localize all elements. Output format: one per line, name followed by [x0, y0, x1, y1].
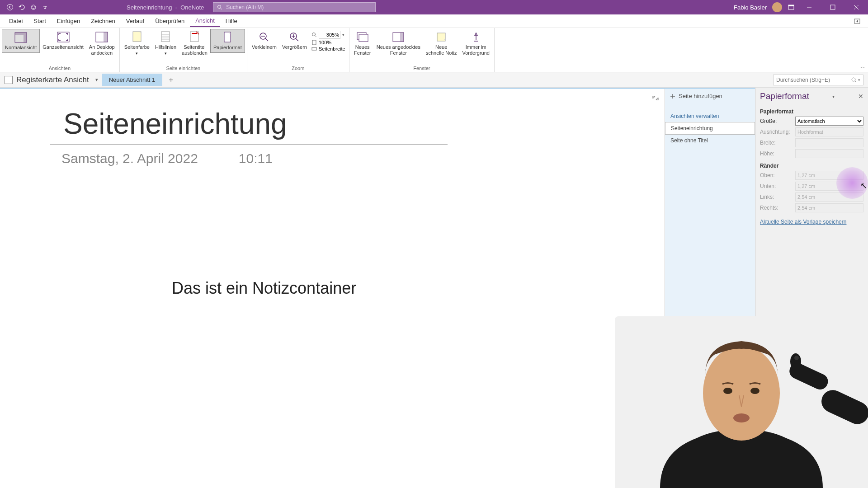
svg-line-37 [315, 36, 316, 37]
page-item-seiteneinrichtung[interactable]: Seiteneinrichtung [665, 122, 755, 135]
collapse-ribbon-icon[interactable]: ︿ [860, 63, 865, 70]
verkleinern-button[interactable]: Verkleinern [249, 29, 279, 52]
width-label: Breite: [760, 140, 795, 146]
add-section-button[interactable]: + [166, 75, 176, 85]
right-label: Rechts: [760, 205, 795, 211]
zoom-width-button[interactable]: Seitenbreite [311, 46, 345, 52]
pane-dropdown-icon[interactable]: ▾ [832, 94, 835, 99]
svg-rect-41 [359, 34, 368, 42]
page-icon [311, 40, 317, 45]
full-page-icon [56, 31, 71, 43]
page-item-seite-ohne-titel[interactable]: Seite ohne Titel [665, 135, 755, 146]
zoom-100-button[interactable]: 100% [311, 40, 345, 45]
maximize-button[interactable] [824, 0, 842, 14]
user-name[interactable]: Fabio Basler [734, 4, 767, 11]
zoom-icon [311, 32, 317, 38]
search-input[interactable] [226, 4, 372, 10]
page-time[interactable]: 10:11 [239, 151, 273, 166]
seitentitel-ausblenden-button[interactable]: Seitentitel ausblenden [179, 29, 210, 58]
bottom-label: Unten: [760, 183, 795, 189]
svg-rect-15 [24, 35, 27, 42]
immer-im-vordergrund-button[interactable]: Immer im Vordergrund [459, 29, 492, 58]
top-input [795, 171, 863, 180]
menu-ansicht[interactable]: Ansicht [190, 15, 220, 27]
notebook-dropdown-icon[interactable]: ▾ [95, 77, 98, 83]
avatar[interactable] [772, 2, 782, 12]
normalansicht-button[interactable]: Normalansicht [2, 29, 40, 53]
height-input [795, 149, 863, 158]
undo-icon[interactable] [18, 4, 25, 11]
ribbon: Normalansicht Ganzseitenansicht An Deskt… [0, 28, 868, 72]
quick-note-icon [434, 31, 448, 43]
size-select[interactable]: Automatisch [795, 117, 863, 126]
right-input [795, 203, 863, 212]
titlebar: Seiteneinrichtung - OneNote Fabio Basler [0, 0, 868, 14]
search-box[interactable] [213, 2, 376, 12]
page-date[interactable]: Samstag, 2. April 2022 [61, 151, 198, 166]
neue-schnelle-notiz-button[interactable]: Neue schnelle Notiz [423, 29, 459, 58]
section-tab[interactable]: Neuer Abschnitt 1 [102, 74, 163, 86]
ganzseitenansicht-button[interactable]: Ganzseitenansicht [40, 29, 86, 52]
menu-hilfe[interactable]: Hilfe [220, 15, 243, 27]
svg-point-53 [733, 413, 750, 422]
menubar: Datei Start Einfügen Zeichnen Verlauf Üb… [0, 14, 868, 28]
pane-section-raender: Ränder [760, 163, 863, 169]
notebook-search[interactable]: ▾ [773, 75, 863, 85]
chevron-down-icon[interactable]: ▾ [342, 33, 344, 37]
new-window-icon [355, 31, 370, 43]
notebook-name[interactable]: Registerkarte Ansicht [16, 75, 92, 84]
papierformat-button[interactable]: Papierformat [210, 29, 245, 53]
svg-rect-39 [312, 47, 316, 50]
document-title: Seiteneinrichtung - OneNote [127, 4, 204, 11]
canvas[interactable]: Seiteneinrichtung Samstag, 2. April 2022… [0, 88, 665, 488]
menu-zeichnen[interactable]: Zeichnen [85, 15, 120, 27]
svg-rect-20 [161, 32, 170, 42]
chevron-down-icon[interactable]: ▾ [858, 78, 860, 82]
hilfslinien-button[interactable]: Hilfslinien▾ [152, 29, 179, 58]
pane-title: Papierformat [760, 91, 809, 101]
back-icon[interactable] [6, 4, 14, 11]
save-template-link[interactable]: Aktuelle Seite als Vorlage speichern [760, 219, 863, 225]
notebook-search-input[interactable] [776, 77, 851, 83]
page-item-ansichten-verwalten[interactable]: Ansichten verwalten [665, 110, 755, 122]
pane-close-icon[interactable]: ✕ [858, 93, 863, 100]
svg-rect-44 [437, 33, 445, 41]
ribbon-display-icon[interactable] [788, 4, 795, 11]
quick-access [0, 4, 49, 11]
minimize-button[interactable] [800, 0, 818, 14]
title-underline [50, 144, 448, 145]
customize-qat-icon[interactable] [42, 4, 49, 11]
zoom-input[interactable] [319, 31, 340, 39]
menu-datei[interactable]: Datei [4, 15, 28, 27]
notebook-icon[interactable] [5, 76, 13, 84]
page-title[interactable]: Seiteneinrichtung [63, 107, 665, 141]
note-container[interactable]: Das ist ein Notizcontainer [172, 279, 356, 298]
tabbar: Registerkarte Ansicht ▾ Neuer Abschnitt … [0, 72, 868, 88]
neues-fenster-button[interactable]: Neues Fenster [351, 29, 374, 58]
dock-desktop-button[interactable]: An Desktop andocken [86, 29, 118, 58]
seitenfarbe-button[interactable]: Seitenfarbe▾ [122, 29, 152, 58]
close-button[interactable] [847, 0, 865, 14]
rule-lines-icon [158, 31, 173, 43]
neues-angedocktes-fenster-button[interactable]: Neues angedocktes Fenster [374, 29, 423, 58]
left-label: Links: [760, 194, 795, 200]
width-input [795, 138, 863, 147]
touch-icon[interactable] [30, 4, 37, 11]
zoom-out-icon [257, 31, 271, 43]
zoom-value-row[interactable]: ▾ [311, 31, 345, 39]
menu-verlauf[interactable]: Verlauf [121, 15, 150, 27]
menu-einfuegen[interactable]: Einfügen [52, 15, 85, 27]
svg-line-46 [855, 81, 856, 82]
add-page-button[interactable]: Seite hinzufügen [665, 89, 755, 103]
orientation-label: Ausrichtung: [760, 129, 795, 135]
expand-icon[interactable] [652, 94, 659, 102]
svg-rect-19 [133, 32, 141, 42]
svg-point-0 [7, 5, 13, 10]
menu-start[interactable]: Start [28, 15, 51, 27]
vergroessern-button[interactable]: Vergrößern [279, 29, 310, 52]
share-button[interactable] [850, 16, 864, 27]
svg-point-3 [34, 6, 35, 7]
menu-ueberpruefen[interactable]: Überprüfen [150, 15, 190, 27]
svg-line-31 [265, 38, 268, 41]
zoom-in-icon [287, 31, 302, 43]
